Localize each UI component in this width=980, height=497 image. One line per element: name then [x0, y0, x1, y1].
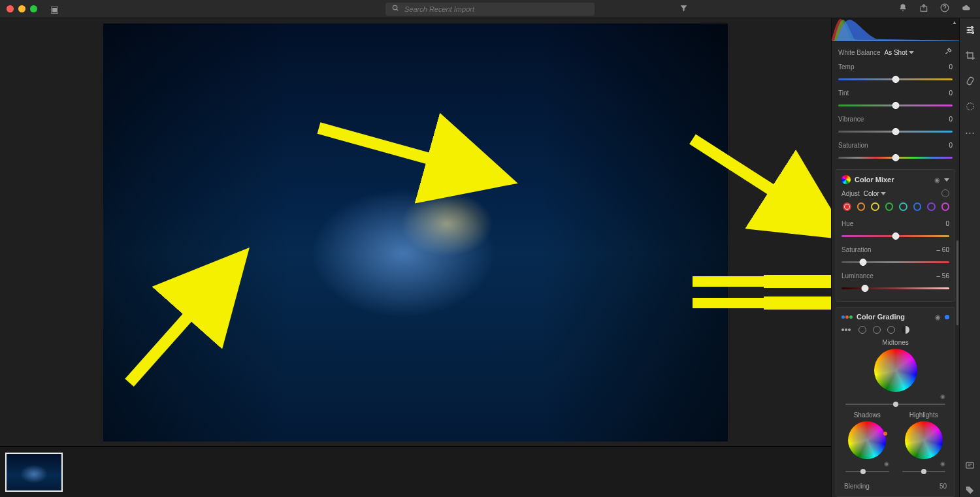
tag-icon[interactable]	[965, 485, 975, 497]
close-window-button[interactable]	[7, 5, 14, 12]
swatch-green[interactable]	[885, 202, 894, 211]
targeted-adjustment-icon[interactable]	[941, 189, 949, 197]
search-field[interactable]	[385, 3, 595, 16]
help-icon[interactable]	[940, 3, 949, 14]
svg-rect-17	[966, 76, 974, 86]
color-swatches	[841, 202, 949, 211]
highlights-wheel[interactable]	[905, 421, 943, 459]
minimize-window-button[interactable]	[18, 5, 25, 12]
color-mixer-title[interactable]: Color Mixer	[855, 176, 930, 184]
midtones-wheel[interactable]	[874, 349, 917, 392]
mixer-saturation-value[interactable]: – 60	[934, 246, 949, 253]
swatch-orange[interactable]	[857, 202, 866, 211]
shadows-wheel[interactable]	[848, 421, 886, 459]
svg-point-15	[968, 29, 970, 31]
maximize-window-button[interactable]	[30, 5, 37, 12]
filmstrip	[0, 446, 831, 497]
collapse-histogram-icon[interactable]: ▲	[952, 20, 957, 25]
grading-view-highlights[interactable]	[887, 326, 895, 334]
thumbnail[interactable]	[5, 453, 63, 492]
swatch-red[interactable]	[843, 202, 851, 211]
adjust-label: Adjust	[841, 190, 860, 197]
temp-label: Temp	[838, 63, 933, 71]
swatch-aqua[interactable]	[899, 202, 907, 211]
shadows-luminance-slider[interactable]	[845, 468, 889, 475]
vibrance-label: Vibrance	[838, 116, 933, 123]
crop-icon[interactable]	[965, 50, 975, 63]
vibrance-slider[interactable]	[838, 126, 953, 136]
mixer-saturation-slider[interactable]	[841, 257, 949, 267]
notifications-icon[interactable]	[898, 3, 907, 14]
highlights-visibility-icon[interactable]: ◉	[898, 460, 950, 467]
titlebar: ▣	[0, 0, 980, 18]
color-grading-panel: Color Grading ◉ Midtones ◉ Shadows ◉	[836, 307, 955, 497]
svg-point-18	[966, 103, 973, 110]
edit-panel: ▲ White Balance As Shot Temp0 Tint0 Vibr…	[831, 18, 959, 497]
tint-label: Tint	[838, 89, 933, 97]
cloud-sync-icon[interactable]	[961, 3, 972, 14]
svg-line-1	[397, 9, 398, 10]
toggle-visibility-icon[interactable]: ◉	[935, 313, 941, 321]
main-photo[interactable]	[103, 24, 728, 441]
saturation-label: Saturation	[838, 142, 933, 149]
highlights-luminance-slider[interactable]	[902, 468, 946, 475]
edit-sliders-icon[interactable]	[965, 25, 975, 37]
search-input[interactable]	[404, 5, 588, 13]
swatch-magenta[interactable]	[941, 202, 950, 211]
blending-value[interactable]: 50	[939, 483, 947, 490]
vibrance-value[interactable]: 0	[937, 116, 953, 123]
svg-point-14	[971, 27, 973, 29]
eyedropper-icon[interactable]	[944, 47, 953, 57]
healing-brush-icon[interactable]	[965, 76, 975, 88]
more-icon[interactable]: ⋯	[965, 127, 975, 138]
mixer-saturation-label: Saturation	[841, 246, 930, 253]
gallery-view-icon[interactable]: ▣	[50, 4, 59, 14]
color-grading-title[interactable]: Color Grading	[857, 313, 931, 321]
saturation-slider[interactable]	[838, 152, 953, 163]
adjust-mode-dropdown[interactable]: Color	[864, 190, 887, 197]
color-grading-icon	[841, 315, 853, 319]
temp-slider[interactable]	[838, 74, 953, 84]
masking-icon[interactable]	[965, 101, 975, 114]
luminance-value[interactable]: – 56	[934, 272, 949, 280]
panel-modified-indicator	[945, 315, 949, 319]
svg-point-0	[393, 5, 397, 9]
tint-value[interactable]: 0	[937, 89, 953, 97]
saturation-value[interactable]: 0	[937, 142, 953, 149]
hue-label: Hue	[841, 220, 930, 227]
tool-rail: ⋯	[959, 18, 980, 497]
hue-value[interactable]: 0	[934, 220, 949, 227]
color-mixer-panel: Color Mixer ◉ Adjust Color Hue0	[836, 169, 955, 302]
midtones-label: Midtones	[841, 339, 949, 346]
scrollbar[interactable]	[956, 240, 958, 325]
keywords-icon[interactable]	[965, 460, 975, 472]
white-balance-label: White Balance	[838, 49, 880, 56]
midtones-visibility-icon[interactable]: ◉	[841, 393, 949, 400]
color-mixer-icon	[841, 175, 851, 184]
shadows-visibility-icon[interactable]: ◉	[841, 460, 893, 467]
histogram[interactable]: ▲	[832, 18, 959, 41]
white-balance-mode-dropdown[interactable]: As Shot	[884, 49, 914, 56]
luminance-slider[interactable]	[841, 283, 949, 293]
grading-view-3way[interactable]	[841, 326, 852, 334]
grading-view-midtones[interactable]	[873, 326, 881, 334]
swatch-purple[interactable]	[927, 202, 936, 211]
swatch-yellow[interactable]	[871, 202, 879, 211]
swatch-blue[interactable]	[913, 202, 922, 211]
grading-view-global[interactable]	[902, 326, 909, 334]
hue-slider[interactable]	[841, 231, 949, 241]
tint-slider[interactable]	[838, 100, 953, 110]
chevron-down-icon[interactable]	[944, 176, 949, 183]
search-icon	[392, 5, 399, 13]
luminance-label: Luminance	[841, 272, 930, 280]
highlights-label: Highlights	[898, 411, 950, 419]
blending-label: Blending	[844, 483, 870, 490]
toggle-visibility-icon[interactable]: ◉	[934, 176, 940, 184]
share-icon[interactable]	[919, 3, 928, 14]
shadows-label: Shadows	[841, 411, 893, 419]
temp-value[interactable]: 0	[937, 63, 953, 71]
grading-view-shadows[interactable]	[858, 326, 866, 334]
filter-icon[interactable]	[679, 4, 688, 14]
canvas-area	[0, 18, 831, 497]
midtones-luminance-slider[interactable]	[845, 401, 945, 408]
